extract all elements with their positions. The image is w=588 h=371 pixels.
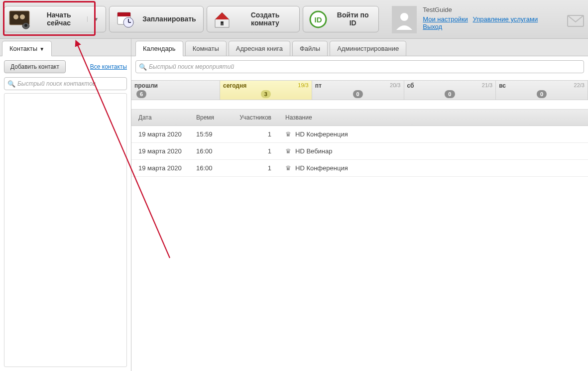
chevron-down-icon: ▼ <box>39 46 44 52</box>
tab-rooms[interactable]: Комнаты <box>185 41 227 56</box>
date-cell[interactable]: вс22/30 <box>496 81 588 100</box>
date-cell-label: прошли <box>134 82 158 89</box>
join-by-id-button[interactable]: ID Войти по ID <box>303 6 379 32</box>
col-header-date: Дата <box>131 114 196 121</box>
tab-files[interactable]: Файлы <box>292 41 328 56</box>
tab-admin[interactable]: Администрирование <box>330 41 406 56</box>
svg-text:ID: ID <box>315 15 322 24</box>
chevron-down-icon[interactable]: ▼ <box>87 16 99 22</box>
event-name: ♛HD Конференция <box>278 130 588 138</box>
search-icon: 🔍 <box>7 80 15 88</box>
col-header-participants: Участников <box>231 114 278 121</box>
schedule-button[interactable]: Запланировать <box>109 6 204 32</box>
date-cell-label: сегодня <box>223 82 246 89</box>
contacts-tab[interactable]: Контакты▼ <box>2 41 52 56</box>
date-cell-date: 19/3 <box>298 82 308 88</box>
event-name: ♛HD Вебинар <box>278 147 588 155</box>
event-date: 19 марта 2020 <box>131 164 196 172</box>
date-cell-count: 3 <box>261 90 271 98</box>
event-time: 16:00 <box>196 164 231 172</box>
date-cell[interactable]: прошли6 <box>131 81 220 100</box>
all-contacts-link[interactable]: Все контакты <box>90 63 127 70</box>
date-cell-label: сб <box>407 82 414 89</box>
svg-point-15 <box>400 13 408 21</box>
date-cell[interactable]: пт20/30 <box>312 81 404 100</box>
start-now-label: Начать сейчас <box>37 11 80 27</box>
date-cell[interactable]: сегодня19/33 <box>220 81 312 100</box>
crown-icon: ♛ <box>285 147 291 155</box>
main-panel: Календарь Комнаты Адресная книга Файлы А… <box>131 39 588 371</box>
user-panel: TestGuide Мои настройки Управление услуг… <box>382 6 584 32</box>
date-cell-label: вс <box>499 82 506 89</box>
logout-link[interactable]: Выход <box>423 23 442 30</box>
event-date: 19 марта 2020 <box>131 130 196 138</box>
event-row[interactable]: 19 марта 202016:001♛HD Вебинар <box>131 143 588 160</box>
date-bar: прошли6сегодня19/33пт20/30сб21/30вс22/30 <box>131 80 588 100</box>
tab-address-book[interactable]: Адресная книга <box>229 41 290 56</box>
sidebar: Контакты▼ Добавить контакт Все контакты … <box>0 39 131 371</box>
date-cell-count: 0 <box>445 90 455 98</box>
schedule-label: Запланировать <box>142 15 196 23</box>
date-cell[interactable]: сб21/30 <box>404 81 496 100</box>
date-cell-count: 0 <box>353 90 363 98</box>
event-table: Дата Время Участников Название 19 марта … <box>131 109 588 177</box>
add-contact-button[interactable]: Добавить контакт <box>4 60 66 73</box>
create-room-label: Создать комнату <box>238 11 292 27</box>
id-icon: ID <box>307 9 329 29</box>
user-links: TestGuide Мои настройки Управление услуг… <box>423 6 552 30</box>
contacts-tab-label: Контакты <box>9 45 37 52</box>
events-search-input[interactable] <box>135 60 584 73</box>
svg-point-12 <box>221 21 223 23</box>
event-participants: 1 <box>231 130 278 138</box>
svg-point-3 <box>20 14 25 19</box>
avatar <box>392 6 417 33</box>
crown-icon: ♛ <box>285 164 291 172</box>
date-cell-date: 21/3 <box>482 82 492 88</box>
create-room-button[interactable]: Создать комнату <box>207 6 300 32</box>
toolbar: Начать сейчас ▼ Запланировать Создать ко… <box>0 0 588 39</box>
svg-point-5 <box>24 24 27 27</box>
tab-calendar[interactable]: Календарь <box>135 41 183 56</box>
event-time: 16:00 <box>196 147 231 155</box>
date-cell-count: 0 <box>537 90 547 98</box>
date-cell-label: пт <box>315 82 322 89</box>
crown-icon: ♛ <box>285 130 291 138</box>
event-date: 19 марта 2020 <box>131 147 196 155</box>
date-cell-date: 20/3 <box>390 82 400 88</box>
start-now-icon <box>8 9 32 29</box>
event-row[interactable]: 19 марта 202015:591♛HD Конференция <box>131 126 588 143</box>
mail-icon[interactable] <box>567 14 584 28</box>
house-lock-icon <box>211 9 233 29</box>
contact-list <box>4 93 127 367</box>
manage-services-link[interactable]: Управление услугами <box>473 15 538 23</box>
col-header-name: Название <box>278 114 588 121</box>
calendar-clock-icon <box>114 9 137 29</box>
event-row[interactable]: 19 марта 202016:001♛HD Конференция <box>131 160 588 177</box>
event-participants: 1 <box>231 164 278 172</box>
event-time: 15:59 <box>196 130 231 138</box>
contacts-search-input[interactable] <box>4 77 127 90</box>
user-name: TestGuide <box>423 6 552 13</box>
date-cell-count: 6 <box>136 90 146 98</box>
event-name: ♛HD Конференция <box>278 164 588 172</box>
date-cell-date: 22/3 <box>574 82 585 88</box>
col-header-time: Время <box>196 114 231 121</box>
svg-point-2 <box>13 14 18 19</box>
my-settings-link[interactable]: Мои настройки <box>423 15 468 23</box>
event-participants: 1 <box>231 147 278 155</box>
join-by-id-label: Войти по ID <box>334 11 371 27</box>
search-icon: 🔍 <box>139 63 147 71</box>
start-now-button[interactable]: Начать сейчас ▼ <box>4 6 106 32</box>
svg-rect-7 <box>118 12 130 16</box>
